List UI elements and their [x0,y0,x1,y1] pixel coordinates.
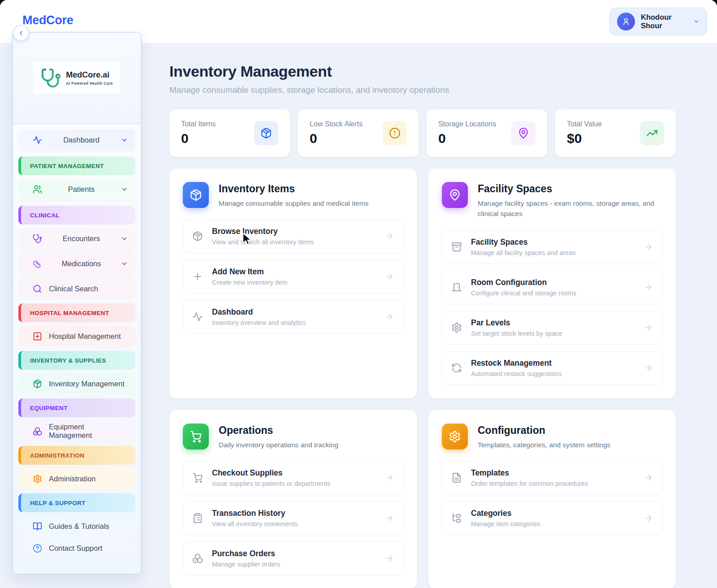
card-icon-box [183,424,209,450]
arrow-right-icon [644,323,653,332]
stat-value: 0 [438,131,496,146]
nav-label: Administration [49,475,96,483]
link-room-configuration[interactable]: Room Configuration Configure clinical an… [442,270,662,304]
stat-icon-box [511,121,536,145]
link-desc: Manage supplier orders [212,561,280,568]
chevron-down-icon [121,136,128,144]
arrow-right-icon [385,272,394,281]
arrow-right-icon [385,232,394,241]
link-templates[interactable]: Templates Order templates for common pro… [442,461,662,495]
link-title: Transaction History [212,509,298,518]
link-desc: Set target stock levels by space [471,330,562,337]
section-label: CLINICAL [30,212,60,219]
divider [19,151,134,152]
link-desc: Manage all facility spaces and areas [471,249,576,256]
app-window: MedCore Khodour Shour [0,0,717,588]
section-hospital-management: HOSPITAL MANAGEMENT [18,303,135,322]
trending-up-icon [646,127,658,139]
stat-label: Total Items [181,120,216,128]
card-facility-spaces: Facility Spaces Manage facility spaces -… [428,169,676,398]
link-title: Checkout Supplies [212,468,330,478]
sidebar-item-guides-tutorials[interactable]: Guides & Tutorials [18,516,135,536]
activity-icon [33,135,42,145]
medcore-logo: MedCore.ai AI Powered Health Care [34,62,120,94]
link-par-levels[interactable]: Par Levels Set target stock levels by sp… [442,311,662,345]
link-desc: View and search all inventory items [212,238,314,246]
section-administration: ADMINISTRATION [18,446,135,465]
help-circle-icon [33,544,42,553]
main-content: Inventory Management Manage consumable s… [169,63,676,588]
stat-icon-box [640,121,664,145]
nav-label: Equipment Management [49,423,128,440]
nav-label: Guides & Tutorials [49,522,109,531]
user-icon [622,17,631,26]
link-desc: Order templates for common procedures [471,480,588,487]
divider [19,201,134,201]
link-add-new-item[interactable]: Add New Item Create new inventory item [183,259,403,294]
section-label: ADMINISTRATION [30,452,85,459]
link-inventory-dashboard[interactable]: Dashboard Inventory overview and analyti… [183,300,403,334]
sidebar-item-equipment-management[interactable]: Equipment Management [18,421,135,441]
card-title: Operations [219,424,338,437]
link-title: Browse Inventory [212,227,314,236]
link-title: Categories [471,509,540,518]
file-text-icon [451,472,462,483]
divider [19,275,134,276]
link-title: Restock Management [471,359,562,368]
gear-icon [451,322,462,333]
link-facility-spaces[interactable]: Facility Spaces Manage all facility spac… [442,230,662,264]
stat-icon-box [254,121,278,145]
sidebar-item-patients[interactable]: Patients [18,179,135,199]
link-purchase-orders[interactable]: Purchase Orders Manage supplier orders [183,541,403,575]
stat-label: Total Value [567,120,602,128]
boxes-icon [192,553,203,564]
stethoscope-logo-icon [41,68,61,88]
sidebar-collapse-button[interactable] [13,25,29,41]
link-title: Facility Spaces [471,238,576,247]
sidebar-item-clinical-search[interactable]: Clinical Search [18,278,135,299]
link-browse-inventory[interactable]: Browse Inventory View and search all inv… [183,219,403,253]
stat-value: 0 [310,131,363,146]
card-title: Inventory Items [219,183,368,195]
stat-card-total-items: Total Items 0 [169,109,290,157]
divider [19,250,134,251]
link-categories[interactable]: Categories Manage item categories [442,501,662,535]
sidebar-item-hospital-management[interactable]: Hospital Management [18,326,135,346]
chevron-down-icon [693,18,700,25]
module-cards: Inventory Items Manage consumable suppli… [169,169,676,588]
stat-card-low-stock-alerts: Low Stock Alerts 0 [298,109,419,157]
card-operations: Operations Daily inventory operations an… [169,410,417,588]
stat-label: Low Stock Alerts [310,120,363,128]
sidebar-item-contact-support[interactable]: Contact Support [18,538,135,558]
gear-icon [33,474,42,484]
nav-label: Clinical Search [49,285,98,293]
link-desc: Issue supplies to patients or department… [212,480,330,487]
activity-icon [192,311,203,322]
card-inventory-items: Inventory Items Manage consumable suppli… [169,169,417,398]
sidebar-item-administration[interactable]: Administration [18,468,135,489]
link-restock-management[interactable]: Restock Management Automated restock sug… [442,351,662,385]
archive-icon [451,242,462,252]
sidebar-item-inventory-management[interactable]: Inventory Management [18,373,135,394]
page-title: Inventory Management [169,63,676,80]
sidebar-item-encounters[interactable]: Encounters [18,228,135,249]
link-checkout-supplies[interactable]: Checkout Supplies Issue supplies to pati… [183,461,403,495]
package-icon [190,189,202,201]
logo-tagline: AI Powered Health Care [66,81,113,86]
link-transaction-history[interactable]: Transaction History View all inventory m… [183,501,403,535]
section-label: INVENTORY & SUPPLIES [30,357,106,364]
stethoscope-icon [33,234,42,243]
nav-label: Contact Support [49,544,102,553]
link-title: Add New Item [212,267,287,277]
package-icon [260,127,272,139]
stat-value: 0 [181,131,216,146]
logo-name: MedCore.ai [66,70,113,80]
section-label: PATIENT MANAGEMENT [30,163,104,169]
stat-label: Storage Locations [438,120,496,128]
sidebar-item-medications[interactable]: Medications [18,253,135,274]
user-menu-button[interactable]: Khodour Shour [609,8,707,35]
first-aid-icon [33,332,42,341]
section-inventory-supplies: INVENTORY & SUPPLIES [18,351,135,370]
sidebar-item-dashboard[interactable]: Dashboard [18,130,135,150]
page-subtitle: Manage consumable supplies, storage loca… [169,85,676,95]
